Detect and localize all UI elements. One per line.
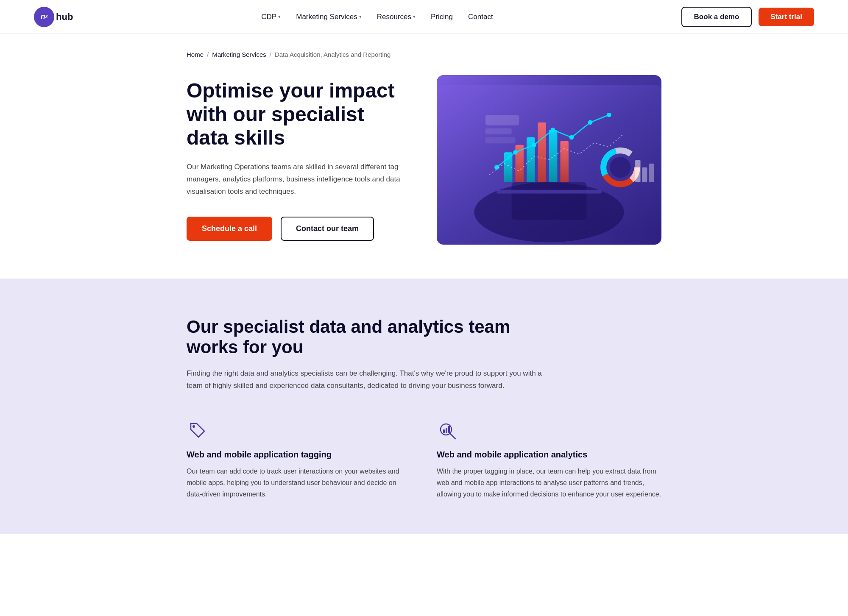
section-description: Finding the right data and analytics spe… xyxy=(187,368,551,392)
svg-point-10 xyxy=(494,165,499,170)
nav-links: CDP ▾ Marketing Services ▾ Resources ▾ P… xyxy=(261,13,493,21)
logo-link[interactable]: n3 hub xyxy=(34,7,73,27)
tag-icon xyxy=(187,419,209,441)
book-demo-button[interactable]: Book a demo xyxy=(681,7,752,27)
svg-rect-21 xyxy=(485,115,519,125)
svg-rect-31 xyxy=(446,428,447,433)
contact-team-button[interactable]: Contact our team xyxy=(281,217,374,241)
nav-actions: Book a demo Start trial xyxy=(681,7,814,27)
svg-rect-9 xyxy=(561,141,569,182)
nav-resources[interactable]: Resources ▾ xyxy=(377,13,416,21)
lower-content: Our specialist data and analytics team w… xyxy=(153,317,695,500)
lower-section: Our specialist data and analytics team w… xyxy=(0,279,848,534)
svg-point-13 xyxy=(551,128,555,132)
svg-rect-26 xyxy=(649,164,654,182)
analytics-search-icon xyxy=(437,419,459,441)
logo-icon: n3 xyxy=(34,7,54,27)
chevron-down-icon: ▾ xyxy=(359,14,362,20)
svg-rect-24 xyxy=(635,160,640,182)
breadcrumb-sep2: / xyxy=(270,51,271,58)
logo-text: hub xyxy=(56,11,73,22)
nav-marketing-services[interactable]: Marketing Services ▾ xyxy=(296,13,362,21)
svg-rect-32 xyxy=(448,426,450,433)
svg-point-27 xyxy=(192,425,195,428)
svg-line-29 xyxy=(450,434,455,439)
feature-analytics-desc: With the proper tagging in place, our te… xyxy=(437,465,661,500)
hero-image xyxy=(437,75,661,245)
hero-illustration xyxy=(437,75,661,245)
feature-analytics: Web and mobile application analytics Wit… xyxy=(437,419,661,500)
breadcrumb: Home / Marketing Services / Data Acquisi… xyxy=(187,51,661,58)
breadcrumb-sep: / xyxy=(207,51,209,58)
feature-tagging-desc: Our team can add code to track user inte… xyxy=(187,465,411,500)
svg-point-16 xyxy=(607,113,611,117)
svg-point-15 xyxy=(588,120,593,125)
svg-rect-23 xyxy=(485,137,516,143)
section-title: Our specialist data and analytics team w… xyxy=(187,317,526,357)
hero-description: Our Marketing Operations teams are skill… xyxy=(187,161,407,198)
feature-analytics-title: Web and mobile application analytics xyxy=(437,450,661,460)
svg-rect-30 xyxy=(443,429,445,433)
svg-rect-22 xyxy=(485,128,512,134)
schedule-call-button[interactable]: Schedule a call xyxy=(187,217,272,241)
svg-rect-25 xyxy=(642,167,647,182)
hero-content: Optimise your impact with our specialist… xyxy=(187,79,411,240)
hero-buttons: Schedule a call Contact our team xyxy=(187,217,411,241)
breadcrumb-current: Data Acquisition, Analytics and Reportin… xyxy=(275,51,391,58)
hero-title: Optimise your impact with our specialist… xyxy=(187,79,411,149)
start-trial-button[interactable]: Start trial xyxy=(759,8,814,26)
nav-pricing[interactable]: Pricing xyxy=(431,13,453,21)
navbar: n3 hub CDP ▾ Marketing Services ▾ Resour… xyxy=(0,0,848,34)
feature-tagging: Web and mobile application tagging Our t… xyxy=(187,419,411,500)
svg-point-14 xyxy=(569,135,574,140)
chevron-down-icon: ▾ xyxy=(413,14,416,20)
features-grid: Web and mobile application tagging Our t… xyxy=(187,419,661,500)
svg-point-11 xyxy=(513,150,518,155)
chevron-down-icon: ▾ xyxy=(278,14,281,20)
svg-rect-2 xyxy=(512,182,587,220)
svg-rect-3 xyxy=(497,190,601,194)
nav-contact[interactable]: Contact xyxy=(468,13,493,21)
svg-point-20 xyxy=(610,157,630,178)
svg-rect-8 xyxy=(549,130,557,182)
svg-point-12 xyxy=(532,142,536,147)
nav-cdp[interactable]: CDP ▾ xyxy=(261,13,281,21)
svg-rect-7 xyxy=(538,123,546,182)
breadcrumb-home[interactable]: Home xyxy=(187,51,204,58)
feature-tagging-title: Web and mobile application tagging xyxy=(187,450,411,460)
breadcrumb-marketing-services[interactable]: Marketing Services xyxy=(212,51,266,58)
